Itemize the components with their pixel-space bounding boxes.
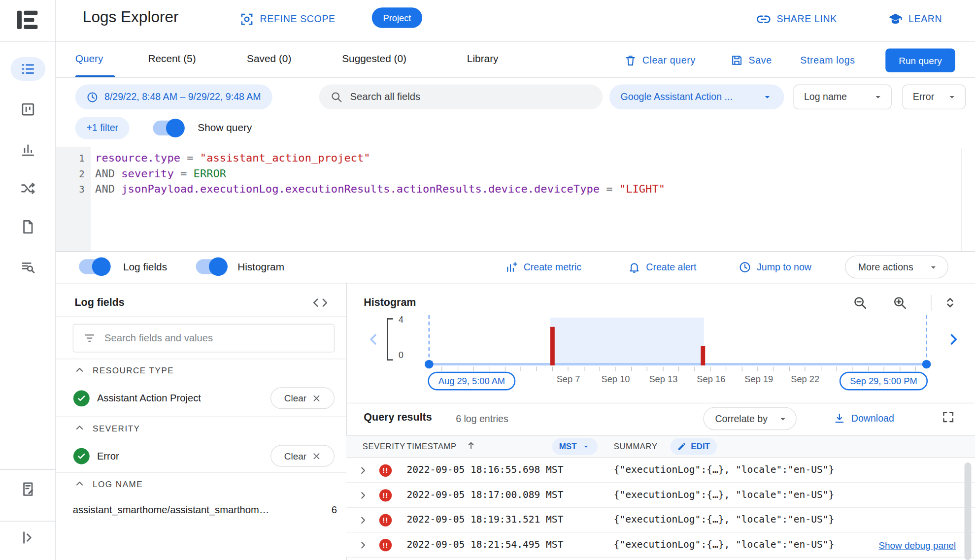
expand-row-chevron-icon[interactable] xyxy=(358,539,369,551)
log-name-dropdown[interactable]: Log name xyxy=(793,85,891,109)
zoom-in-icon[interactable] xyxy=(892,295,907,310)
log-fields-search-input[interactable] xyxy=(104,332,324,344)
nav-logs-storage[interactable] xyxy=(20,219,36,235)
jump-to-now-button[interactable]: Jump to now xyxy=(739,256,811,278)
query-line-3[interactable]: AND jsonPayload.executionLog.executionRe… xyxy=(95,183,665,195)
log-fields-toggle[interactable] xyxy=(79,259,109,274)
results-scrollbar[interactable] xyxy=(965,462,972,560)
resource-filter-dropdown[interactable]: Google Assistant Action ... xyxy=(609,85,784,109)
check-icon xyxy=(73,390,90,406)
tab-recent[interactable]: Recent (5) xyxy=(148,53,196,65)
histogram-minor-tick xyxy=(852,367,853,371)
more-actions-button[interactable]: More actions xyxy=(845,256,948,279)
log-name-value[interactable]: assistant_smarthome/assistant_smarthom… xyxy=(73,505,320,516)
correlate-by-button[interactable]: Correlate by xyxy=(703,407,796,430)
divider xyxy=(56,472,346,473)
create-metric-button[interactable]: Create metric xyxy=(505,256,581,278)
histogram-plot[interactable]: Aug 29, 5:00 AM Sep 29, 5:00 PM Sep 7Sep… xyxy=(429,314,927,395)
range-end-handle[interactable] xyxy=(922,360,931,369)
download-button[interactable]: Download xyxy=(833,409,894,428)
nav-logs-router[interactable] xyxy=(20,180,36,197)
histogram-minor-tick xyxy=(537,367,537,371)
query-token: = xyxy=(180,152,200,164)
histogram-pan-left-button[interactable] xyxy=(366,331,382,348)
unfold-more-icon[interactable] xyxy=(942,295,957,310)
log-entry-row[interactable]: !! 2022-09-05 18:16:55.698 MST {"executi… xyxy=(346,458,975,483)
range-start-label[interactable]: Aug 29, 5:00 AM xyxy=(428,372,515,391)
histogram-toggle[interactable] xyxy=(196,259,226,274)
sort-ascending-icon[interactable] xyxy=(466,440,476,450)
caret-down-icon xyxy=(873,92,884,103)
chevron-up-icon[interactable] xyxy=(74,478,85,489)
add-filter-button[interactable]: +1 filter xyxy=(75,117,130,139)
scope-badge-label: Project xyxy=(383,13,411,23)
show-debug-panel-link[interactable]: Show debug panel xyxy=(876,540,958,551)
time-range-filter[interactable]: 8/29/22, 8:48 AM – 9/29/22, 9:48 AM xyxy=(75,85,272,109)
timeline-track[interactable] xyxy=(429,363,927,365)
histogram-bar[interactable] xyxy=(701,346,705,365)
create-alert-button[interactable]: Create alert xyxy=(628,256,697,278)
caret-down-icon xyxy=(777,413,789,425)
expand-row-chevron-icon[interactable] xyxy=(358,465,369,476)
clear-severity-button[interactable]: Clear xyxy=(270,445,335,467)
severity-value[interactable]: Error xyxy=(97,451,119,462)
search-all-fields-input[interactable] xyxy=(350,92,592,103)
log-fields-search[interactable] xyxy=(73,324,335,352)
expand-nav-button[interactable] xyxy=(20,529,36,546)
run-query-button[interactable]: Run query xyxy=(885,48,955,72)
query-line-1[interactable]: resource.type = "assistant_action_projec… xyxy=(95,152,370,164)
histogram-bar[interactable] xyxy=(550,327,555,365)
query-line-2[interactable]: AND severity = ERROR xyxy=(95,167,226,179)
histogram-tick-label: Sep 16 xyxy=(697,374,725,384)
column-severity[interactable]: SEVERITY xyxy=(363,442,405,451)
show-query-toggle[interactable] xyxy=(153,121,183,135)
timezone-selector[interactable]: MST xyxy=(552,438,598,455)
histogram-pan-right-button[interactable] xyxy=(945,331,961,348)
tab-saved[interactable]: Saved (0) xyxy=(247,53,291,65)
zoom-out-icon[interactable] xyxy=(852,295,867,310)
nav-logs-metrics[interactable] xyxy=(20,142,36,158)
histogram-selection[interactable] xyxy=(550,318,704,363)
range-start-handle[interactable] xyxy=(425,360,434,369)
histogram-minor-tick xyxy=(726,367,726,371)
clear-resource-type-button[interactable]: Clear xyxy=(270,387,335,409)
expand-row-chevron-icon[interactable] xyxy=(358,490,369,501)
chevron-up-icon[interactable] xyxy=(74,422,85,433)
download-label: Download xyxy=(851,413,894,424)
learn-button[interactable]: LEARN xyxy=(888,9,942,30)
resource-type-value[interactable]: Assistant Action Project xyxy=(97,393,201,404)
nav-logs-dashboard[interactable] xyxy=(20,101,36,118)
search-all-fields[interactable] xyxy=(319,85,603,109)
histogram-minor-tick xyxy=(821,367,821,371)
scope-project-badge[interactable]: Project xyxy=(372,7,422,28)
column-timestamp[interactable]: TIMESTAMP xyxy=(406,442,456,451)
refine-scope-button[interactable]: REFINE SCOPE xyxy=(239,9,336,30)
nav-log-analytics[interactable] xyxy=(20,259,36,275)
log-entry-row[interactable]: !! 2022-09-05 18:19:31.521 MST {"executi… xyxy=(346,508,975,532)
editor-scrollbar[interactable] xyxy=(961,148,962,251)
histogram-minor-tick xyxy=(868,367,869,371)
logs-storage-icon xyxy=(20,219,36,235)
edit-summary-button[interactable]: EDIT xyxy=(671,438,717,455)
share-link-button[interactable]: SHARE LINK xyxy=(756,9,837,30)
nav-logs-explorer[interactable] xyxy=(10,57,45,81)
log-entry-row[interactable]: !! 2022-09-05 18:17:00.089 MST {"executi… xyxy=(346,483,975,508)
section-severity[interactable]: SEVERITY xyxy=(93,424,140,433)
section-resource-type[interactable]: RESOURCE TYPE xyxy=(93,366,174,375)
tab-suggested[interactable]: Suggested (0) xyxy=(342,53,406,65)
save-button[interactable]: Save xyxy=(731,50,772,71)
range-end-label[interactable]: Sep 29, 5:00 PM xyxy=(840,372,928,391)
expand-row-chevron-icon[interactable] xyxy=(358,515,369,526)
tab-library[interactable]: Library xyxy=(467,53,499,65)
section-log-name[interactable]: LOG NAME xyxy=(93,480,143,489)
chevron-up-icon[interactable] xyxy=(74,364,85,375)
nav-whats-new[interactable] xyxy=(20,481,36,497)
stream-logs-button[interactable]: Stream logs xyxy=(800,50,855,71)
severity-dropdown[interactable]: Error xyxy=(902,85,966,109)
code-toggle-icon[interactable] xyxy=(313,296,328,309)
cloud-logging-logo-icon[interactable] xyxy=(14,6,41,34)
clear-query-button[interactable]: Clear query xyxy=(624,50,696,71)
tab-query[interactable]: Query xyxy=(75,53,103,65)
fullscreen-icon[interactable] xyxy=(941,410,955,424)
histogram-minor-tick xyxy=(631,367,632,371)
